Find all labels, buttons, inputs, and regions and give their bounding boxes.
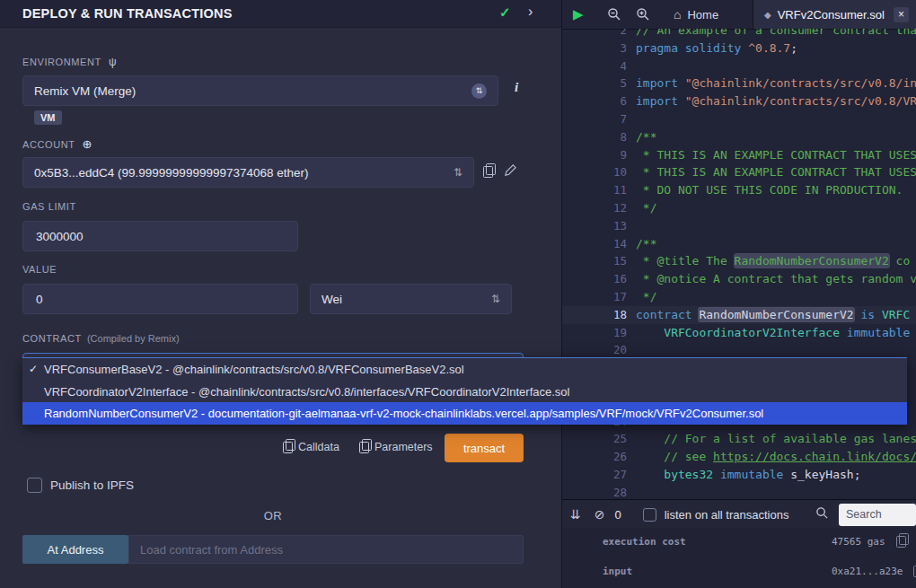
copy-icon[interactable] [896,536,906,548]
code-line[interactable]: 16 * @notice A contract that gets random… [562,270,916,288]
code-text: * @title The RandomNumberConsumerV2 co [636,252,910,270]
terminal-search-icon [815,506,829,523]
at-address-button[interactable]: At Address [22,535,128,564]
contract-option[interactable]: VRFCoordinatorV2Interface - @chainlink/c… [22,381,907,403]
line-number: 14 [562,235,627,253]
listen-all-transactions-label: listen on all transactions [665,508,789,522]
at-address-input[interactable] [128,535,524,564]
value-field [22,284,298,314]
code-line[interactable]: 2// An example of a consumer contract th… [562,29,916,39]
collapse-panel-chevron-icon[interactable]: › [528,4,533,20]
line-number: 17 [562,288,627,306]
edit-account-icon[interactable] [504,163,517,180]
code-line[interactable]: 28 [562,484,916,499]
code-text: /** [636,128,656,146]
line-number: 2 [562,29,627,39]
value-unit: Wei [321,293,342,306]
line-number: 11 [562,181,627,199]
contract-option-label: RandomNumberConsumerV2 - documentation-g… [44,407,763,420]
plug-icon: ψ [109,56,117,68]
line-number: 27 [562,466,627,484]
terminal-rows: execution cost47565 gasinput0xa21...a23e [562,536,916,577]
code-line[interactable]: 25 // For a list of available gas lanes [562,430,916,448]
contract-option[interactable]: RandomNumberConsumerV2 - documentation-g… [22,402,907,425]
code-line[interactable]: 27 bytes32 immutable s_keyHash; [562,466,916,484]
environment-select[interactable]: Remix VM (Merge) ⇅ [22,75,498,106]
code-text: /** [636,235,656,253]
code-line[interactable]: 13 [562,217,916,235]
code-line[interactable]: 18contract RandomNumberConsumerV2 is VRF… [562,306,916,324]
code-text: bytes32 immutable s_keyHash; [636,466,860,484]
calldata-button[interactable]: Calldata [283,441,339,453]
clear-console-icon[interactable]: ⊘ [595,507,605,522]
home-icon: ⌂ [674,7,681,22]
transact-button[interactable]: transact [445,434,524,462]
value-input[interactable] [34,292,286,307]
terminal-row: input0xa21...a23e [562,566,916,577]
code-line[interactable]: 26 // see https://docs.chain.link/docs/ [562,448,916,466]
code-line[interactable]: 8/** [562,128,916,146]
zoom-out-icon[interactable] [607,7,621,25]
tab-home-label: Home [687,8,718,22]
tab-file-label: VRFv2Consumer.sol [778,8,885,22]
line-number: 12 [562,199,627,217]
run-script-play-icon[interactable]: ▶ [573,6,584,22]
deploy-run-panel: DEPLOY & RUN TRANSACTIONS ✓ › ENVIRONMEN… [0,0,561,588]
collapse-terminal-icon[interactable]: ⇊ [570,507,581,522]
code-text: // For a list of available gas lanes [636,430,916,448]
solidity-file-icon: ◆ [764,10,771,20]
fork-caret-icon: ⇅ [471,83,487,99]
line-number: 16 [562,270,627,288]
code-line[interactable]: 12 */ [562,199,916,217]
code-editor[interactable]: 2// An example of a consumer contract th… [562,29,916,499]
check-icon: ✓ [29,363,42,375]
caret-updown-icon: ⇅ [491,293,500,305]
value-label: VALUE [22,264,57,275]
terminal-row: execution cost47565 gas [562,536,916,548]
vm-badge: VM [34,110,62,125]
code-line[interactable]: 4 [562,57,916,75]
tab-home[interactable]: ⌂ Home [659,0,733,29]
code-line[interactable]: 9 * THIS IS AN EXAMPLE CONTRACT THAT USE… [562,146,916,164]
parameters-button[interactable]: Parameters [359,441,433,453]
contract-dropdown: ✓VRFConsumerBaseV2 - @chainlink/contract… [22,357,907,425]
code-text: import "@chainlink/contracts/src/v0.8/in [636,75,916,92]
calldata-label: Calldata [298,441,339,453]
terminal-search-input[interactable] [839,504,916,526]
code-line[interactable]: 19 VRFCoordinatorV2Interface immutable [562,324,916,342]
line-number: 28 [562,484,627,499]
code-line[interactable]: 5import "@chainlink/contracts/src/v0.8/i… [562,75,916,92]
line-number: 13 [562,217,627,235]
value-unit-select[interactable]: Wei ⇅ [310,284,512,314]
gas-limit-input[interactable] [34,229,286,244]
copy-account-icon[interactable] [483,166,493,178]
code-line[interactable]: 10 * THIS IS AN EXAMPLE CONTRACT THAT US… [562,163,916,181]
code-text: import "@chainlink/contracts/src/v0.8/VR [636,92,916,110]
line-number: 7 [562,110,627,128]
close-tab-icon[interactable]: × [894,7,909,22]
code-line[interactable]: 3pragma solidity ^0.8.7; [562,39,916,57]
contract-option[interactable]: ✓VRFConsumerBaseV2 - @chainlink/contract… [22,358,907,381]
account-select[interactable]: 0x5B3...eddC4 (99.99999999999997374068 e… [22,157,474,188]
zoom-in-icon[interactable] [636,7,650,25]
environment-info-icon[interactable]: i [515,80,518,95]
line-number: 4 [562,57,627,75]
code-line[interactable]: 17 */ [562,288,916,306]
contract-option-label: VRFCoordinatorV2Interface - @chainlink/c… [44,385,569,399]
account-value: 0x5B3...eddC4 (99.99999999999997374068 e… [34,166,309,180]
code-line[interactable]: 15 * @title The RandomNumberConsumerV2 c… [562,252,916,270]
terminal-row-value: 0xa21...a23e [832,566,903,577]
tab-vrfv2consumer[interactable]: ◆ VRFv2Consumer.sol × [753,0,916,29]
listen-all-transactions-checkbox[interactable] [643,508,656,522]
environment-value: Remix VM (Merge) [34,84,136,98]
code-line[interactable]: 7 [562,110,916,128]
line-number: 6 [562,92,627,110]
add-account-icon[interactable]: ⊕ [83,137,93,151]
code-text: */ [636,288,656,306]
line-number: 3 [562,39,627,57]
code-line[interactable]: 14/** [562,235,916,253]
code-line[interactable]: 6import "@chainlink/contracts/src/v0.8/V… [562,92,916,110]
publish-ipfs-checkbox[interactable] [27,478,42,493]
or-divider-label: OR [22,509,524,522]
code-line[interactable]: 11 * DO NOT USE THIS CODE IN PRODUCTION. [562,181,916,199]
